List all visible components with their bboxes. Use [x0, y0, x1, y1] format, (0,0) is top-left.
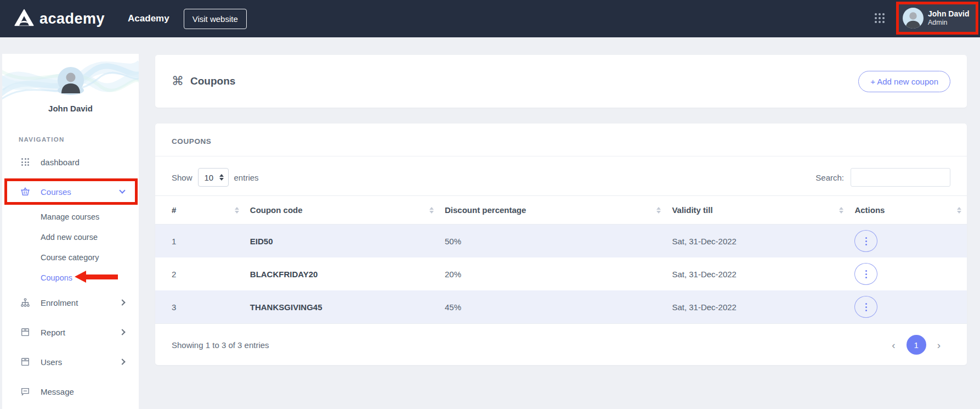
academy-logo[interactable]: academy: [14, 9, 105, 29]
chat-bubble-icon: [20, 386, 31, 396]
cell-coupon-code: BLACKFRIDAY20: [245, 257, 439, 290]
command-icon: ⌘: [172, 74, 184, 88]
sidebar-item-report[interactable]: Report: [2, 317, 139, 347]
sidebar: John David NAVIGATION dashboard: [2, 54, 139, 409]
table-controls: Show 10 entries Search:: [172, 168, 950, 187]
show-label: Show: [172, 173, 192, 182]
add-new-coupon-button[interactable]: + Add new coupon: [858, 71, 950, 92]
column-header-num[interactable]: #: [155, 196, 245, 225]
page-size-select[interactable]: 10: [198, 168, 229, 187]
user-avatar: [903, 8, 924, 29]
cell-discount: 20%: [439, 257, 666, 290]
submenu-item-add-new-course[interactable]: Add new course: [2, 227, 139, 247]
showing-entries-text: Showing 1 to 3 of 3 entries: [172, 340, 269, 350]
search-input[interactable]: [851, 168, 950, 187]
submenu-item-course-category[interactable]: Course category: [2, 247, 139, 267]
archive-icon: [20, 357, 31, 367]
sidebar-item-message[interactable]: Message: [2, 377, 139, 406]
pagination: ‹ 1 ›: [892, 335, 941, 355]
chevron-right-icon: [119, 329, 125, 335]
cell-num: 2: [155, 257, 245, 290]
coupons-table: # Coupon code Discount percentage Validi…: [155, 195, 967, 324]
row-actions-kebab-button[interactable]: [854, 296, 877, 318]
cell-validity: Sat, 31-Dec-2022: [666, 290, 849, 324]
navigation-section-label: NAVIGATION: [19, 136, 139, 143]
table-header-row: # Coupon code Discount percentage Validi…: [155, 196, 967, 225]
chevron-right-icon: [119, 299, 125, 305]
site-name: Academy: [128, 13, 169, 24]
column-header-coupon-code[interactable]: Coupon code: [245, 196, 439, 225]
cell-coupon-code: EID50: [245, 225, 439, 258]
page-title: Coupons: [190, 75, 235, 87]
sort-icon: [957, 207, 961, 214]
cell-coupon-code: THANKSGIVING45: [245, 290, 439, 324]
dashboard-grid-icon: [20, 158, 31, 166]
sidebar-avatar: [58, 86, 84, 95]
cell-validity: Sat, 31-Dec-2022: [666, 225, 849, 258]
submenu-item-coupons[interactable]: Coupons: [2, 267, 139, 288]
row-actions-kebab-button[interactable]: [854, 263, 877, 285]
page: academy Academy Visit website John David…: [0, 0, 980, 409]
row-actions-kebab-button[interactable]: [854, 230, 877, 252]
apps-grid-icon[interactable]: [875, 13, 885, 23]
select-stepper-icon: [219, 174, 224, 181]
courses-submenu: Manage courses Add new course Course cat…: [2, 206, 139, 288]
sidebar-item-enrolment[interactable]: Enrolment: [2, 288, 139, 317]
table-row: 1 EID50 50% Sat, 31-Dec-2022: [155, 225, 967, 258]
user-profile-menu[interactable]: John David Admin: [896, 2, 978, 35]
visit-website-button[interactable]: Visit website: [184, 9, 247, 29]
submenu-item-manage-courses[interactable]: Manage courses: [2, 206, 139, 227]
chevron-right-icon: [119, 358, 125, 365]
basket-icon: [20, 187, 31, 197]
sidebar-nav: dashboard Courses Manage courses: [2, 147, 139, 406]
sidebar-item-courses[interactable]: Courses: [2, 177, 139, 206]
search-label: Search:: [815, 173, 844, 182]
sort-icon: [656, 207, 661, 214]
header-user-name: John David: [928, 9, 969, 19]
academy-logo-icon: [14, 9, 34, 29]
chevron-down-icon: [119, 187, 125, 193]
page-title-card: ⌘ Coupons + Add new coupon: [155, 55, 967, 108]
cell-discount: 50%: [439, 225, 666, 258]
table-row: 2 BLACKFRIDAY20 20% Sat, 31-Dec-2022: [155, 257, 967, 290]
cell-num: 3: [155, 290, 245, 324]
pagination-next-icon[interactable]: ›: [937, 340, 941, 350]
pagination-page-1[interactable]: 1: [907, 335, 926, 355]
column-header-discount[interactable]: Discount percentage: [439, 196, 666, 225]
sidebar-user-name: John David: [2, 104, 139, 113]
cell-validity: Sat, 31-Dec-2022: [666, 257, 849, 290]
table-footer: Showing 1 to 3 of 3 entries ‹ 1 ›: [172, 335, 950, 355]
sort-icon: [839, 207, 843, 214]
top-header: academy Academy Visit website John David…: [0, 0, 980, 37]
pagination-prev-icon[interactable]: ‹: [892, 340, 895, 350]
sitemap-icon: [20, 298, 31, 307]
logo-wordmark: academy: [39, 10, 105, 27]
sidebar-item-dashboard[interactable]: dashboard: [2, 147, 139, 177]
sort-icon: [429, 207, 434, 214]
column-header-validity[interactable]: Validity till: [666, 196, 849, 225]
cell-discount: 45%: [439, 290, 666, 324]
cell-num: 1: [155, 225, 245, 258]
sort-icon: [235, 207, 239, 214]
header-user-role: Admin: [928, 19, 969, 27]
entries-label: entries: [234, 173, 259, 182]
sidebar-item-users[interactable]: Users: [2, 347, 139, 377]
card-title: COUPONS: [155, 124, 967, 156]
table-row: 3 THANKSGIVING45 45% Sat, 31-Dec-2022: [155, 290, 967, 324]
coupons-card: COUPONS Show 10 entries Search: #: [155, 124, 967, 365]
column-header-actions[interactable]: Actions: [849, 196, 967, 225]
archive-icon: [20, 327, 31, 337]
